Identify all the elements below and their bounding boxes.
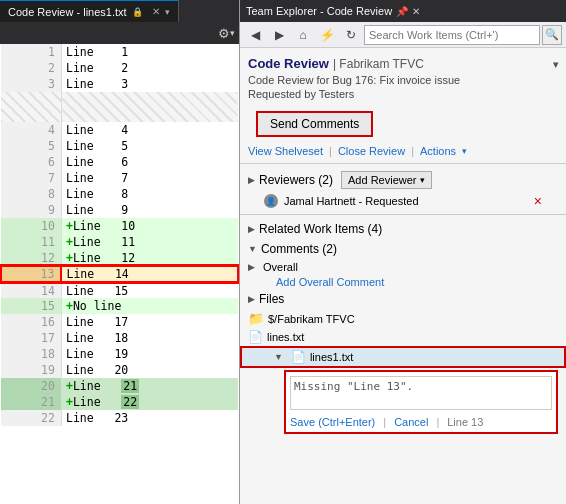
- table-row: 21 +Line 22: [1, 394, 238, 410]
- line-number: 14: [1, 282, 61, 298]
- reviewer-name: Jamal Hartnett - Requested: [284, 195, 419, 207]
- reviewer-item: 👤 Jamal Hartnett - Requested ×: [240, 192, 566, 210]
- table-row: 17 Line 18: [1, 330, 238, 346]
- comments-collapse-icon: [248, 244, 257, 254]
- active-tab[interactable]: Code Review - lines1.txt 🔒 ✕ ▾: [0, 0, 179, 22]
- table-row: 19 Line 20: [1, 362, 238, 378]
- section-dropdown-icon[interactable]: ▾: [553, 59, 558, 70]
- line-content: +Line 21: [61, 378, 238, 394]
- add-reviewer-label: Add Reviewer: [348, 174, 416, 186]
- reviewer-remove-button[interactable]: ×: [534, 194, 542, 208]
- add-reviewer-button[interactable]: Add Reviewer ▾: [341, 171, 431, 189]
- divider: [240, 214, 566, 215]
- repo-path-label: $/Fabrikam TFVC: [268, 313, 355, 325]
- reviewer-avatar: 👤: [264, 194, 278, 208]
- file1-icon: 📄: [248, 330, 263, 344]
- table-row: 2 Line 2: [1, 60, 238, 76]
- line-number: 7: [1, 170, 61, 186]
- section-header: Code Review | Fabrikam TFVC ▾: [240, 52, 566, 73]
- comment-box-container: Missing "Line 13". Save (Ctrl+Enter) | C…: [240, 368, 566, 436]
- gear-icon[interactable]: ⚙: [218, 26, 230, 41]
- file2-item[interactable]: 📄 lines1.txt: [240, 346, 566, 368]
- line-number: 6: [1, 154, 61, 170]
- folder-icon: 📁: [248, 311, 264, 326]
- line-content: Line 20: [61, 362, 238, 378]
- tab-icon-lock: 🔒: [132, 7, 143, 17]
- line-number: 5: [1, 138, 61, 154]
- tab-dropdown-icon[interactable]: ▾: [165, 7, 170, 17]
- tab-close-icon[interactable]: ✕: [152, 6, 160, 17]
- line-number: 1: [1, 44, 61, 60]
- pin-icon[interactable]: 📌: [396, 6, 408, 17]
- line-content: Line 8: [61, 186, 238, 202]
- comment-line-id: Line 13: [447, 416, 483, 428]
- files-header[interactable]: Files: [240, 289, 566, 309]
- file2-collapse-icon: [274, 352, 283, 362]
- line-number: [1, 92, 61, 122]
- dropdown-arrow-icon[interactable]: ▾: [230, 28, 235, 38]
- close-icon[interactable]: ✕: [412, 6, 420, 17]
- line-content: Line 6: [61, 154, 238, 170]
- line-content: Line 17: [61, 314, 238, 330]
- forward-button[interactable]: ▶: [268, 25, 290, 45]
- comment-save-link[interactable]: Save (Ctrl+Enter): [290, 416, 375, 428]
- line-content: Line 2: [61, 60, 238, 76]
- table-row: 16 Line 17: [1, 314, 238, 330]
- titlebar-text: Team Explorer - Code Review: [246, 5, 392, 17]
- gear-row: ⚙ ▾: [0, 22, 239, 44]
- file2-icon: 📄: [291, 350, 306, 364]
- comment-actions: Save (Ctrl+Enter) | Cancel | Line 13: [290, 416, 552, 428]
- reviewers-collapse-icon[interactable]: [248, 175, 255, 185]
- home-button[interactable]: ⌂: [292, 25, 314, 45]
- send-comments-button[interactable]: Send Comments: [256, 111, 373, 137]
- line-number: 10: [1, 218, 61, 234]
- file1-item[interactable]: 📄 lines.txt: [240, 328, 566, 346]
- repo-path-item: 📁 $/Fabrikam TFVC: [240, 309, 566, 328]
- table-row: 5 Line 5: [1, 138, 238, 154]
- comment-cancel-link[interactable]: Cancel: [394, 416, 428, 428]
- comments-header[interactable]: Comments (2): [240, 239, 566, 259]
- line-content: Line 23: [61, 410, 238, 426]
- line-content: +Line 10: [61, 218, 238, 234]
- line-number: 9: [1, 202, 61, 218]
- table-row: [1, 92, 238, 122]
- table-row: 18 Line 19: [1, 346, 238, 362]
- add-overall-comment-link[interactable]: Add Overall Comment: [240, 275, 566, 289]
- line-number: 11: [1, 234, 61, 250]
- te-content: Code Review | Fabrikam TFVC ▾ Code Revie…: [240, 48, 566, 504]
- line-content: Line 15: [61, 282, 238, 298]
- file2-label: lines1.txt: [310, 351, 353, 363]
- code-table: 1 Line 1 2 Line 2 3 Line 3: [0, 44, 239, 426]
- line-content: +Line 12: [61, 250, 238, 266]
- files-collapse-icon: [248, 294, 255, 304]
- line-content: Line 5: [61, 138, 238, 154]
- table-row: 6 Line 6: [1, 154, 238, 170]
- overall-collapse-icon[interactable]: [248, 262, 255, 272]
- table-row: 12 +Line 12: [1, 250, 238, 266]
- search-button[interactable]: 🔍: [542, 25, 562, 45]
- bug-description: Code Review for Bug 176: Fix invoice iss…: [240, 73, 566, 87]
- search-input[interactable]: [364, 25, 540, 45]
- links-row: View Shelveset | Close Review | Actions …: [240, 143, 566, 159]
- table-row: 3 Line 3: [1, 76, 238, 92]
- line-content: Line 14: [61, 266, 238, 282]
- refresh-button[interactable]: ↻: [340, 25, 362, 45]
- close-review-link[interactable]: Close Review: [338, 145, 405, 157]
- view-shelveset-link[interactable]: View Shelveset: [248, 145, 323, 157]
- comment-box: Missing "Line 13". Save (Ctrl+Enter) | C…: [284, 370, 558, 434]
- related-work-items-collapse-icon: [248, 224, 255, 234]
- related-work-items-header[interactable]: Related Work Items (4): [240, 219, 566, 239]
- editor-area[interactable]: 1 Line 1 2 Line 2 3 Line 3: [0, 44, 239, 504]
- table-row: 13 Line 14: [1, 266, 238, 282]
- table-row: 7 Line 7: [1, 170, 238, 186]
- line-number: 4: [1, 122, 61, 138]
- line-content: Line 4: [61, 122, 238, 138]
- actions-dropdown-icon[interactable]: ▾: [462, 146, 467, 156]
- line-content: Line 3: [61, 76, 238, 92]
- tab-label: Code Review - lines1.txt: [8, 6, 127, 18]
- comment-input[interactable]: Missing "Line 13".: [290, 376, 552, 410]
- line-number: 12: [1, 250, 61, 266]
- back-button[interactable]: ◀: [244, 25, 266, 45]
- connect-button[interactable]: ⚡: [316, 25, 338, 45]
- actions-link[interactable]: Actions: [420, 145, 456, 157]
